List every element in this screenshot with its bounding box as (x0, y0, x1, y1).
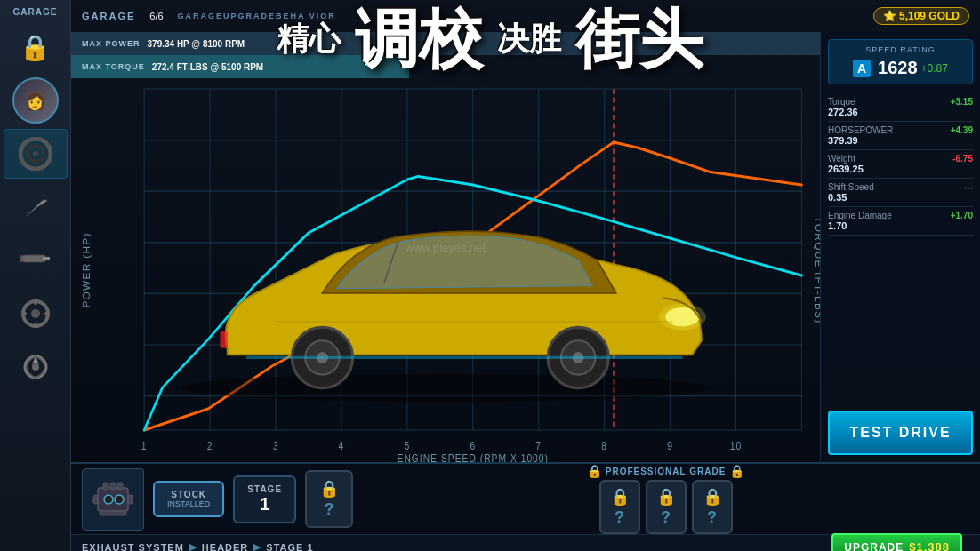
sidebar-item-exhaust[interactable] (4, 236, 68, 285)
pro-stage-1[interactable]: 🔒 ? (599, 480, 640, 534)
weight-value: 2639.25 (828, 164, 864, 174)
stage1-number: 1 (247, 494, 282, 515)
max-power-value: 379.34 HP @ 8100 RPM (148, 39, 245, 49)
tire-icon (19, 137, 52, 171)
sidebar-item-avatar[interactable]: 👩 (4, 76, 68, 125)
dyno-area: MAX POWER 379.34 HP @ 8100 RPM MAX TORQU… (71, 32, 820, 462)
upgrade-stages: STOCK INSTALLED STAGE 1 🔒 ? 🔒 PROFESSION… (71, 464, 980, 534)
stat-row-damage: Engine Damage 1.70 +1.70 (828, 207, 973, 236)
speed-rating-box: SPEED RATING A 1628 +0.87 (828, 39, 973, 84)
svg-point-62 (115, 495, 124, 504)
svg-text:1: 1 (141, 440, 148, 451)
torque-label: Torque (828, 97, 858, 107)
speed-rating-label: SPEED RATING (836, 45, 965, 54)
speed-delta: +0.87 (921, 62, 948, 75)
stage-1[interactable]: STAGE 1 (233, 475, 296, 523)
damage-value: 1.70 (828, 220, 892, 231)
damage-delta: +1.70 (951, 211, 973, 220)
exhaust-icon (20, 248, 52, 273)
torque-value: 272.36 (828, 107, 858, 117)
lock2-question: ? (325, 500, 334, 519)
svg-point-13 (32, 363, 39, 371)
top-bar: GARAGE 6/6 GARAGEUPGRADEBEHA VIOR ⭐ 5,10… (71, 0, 980, 32)
svg-rect-4 (43, 257, 50, 260)
sidebar-item-gear[interactable] (4, 289, 68, 339)
svg-rect-50 (220, 331, 228, 348)
breadcrumb-bar: EXHAUST SYSTEM ▶ HEADER ▶ STAGE 1 UPGRAD… (71, 534, 980, 551)
svg-rect-58 (103, 483, 108, 490)
gold-display: ⭐ 5,109 GOLD (873, 7, 969, 25)
pro-lock-left-icon: 🔒 (587, 464, 602, 478)
breadcrumb-part2: HEADER (202, 542, 248, 552)
gold-icon: ⭐ (883, 10, 899, 22)
svg-text:9: 9 (667, 440, 673, 451)
weight-delta: -6.75 (952, 154, 973, 164)
svg-text:TORQUE (FT-LBS): TORQUE (FT-LBS) (814, 216, 820, 323)
pro-q1: ? (615, 508, 624, 527)
upgrade-button[interactable]: UPGRADE $1,388 (831, 533, 962, 551)
upgrade-label: GARAGEUPGRADEBEHA VIOR (178, 12, 336, 20)
torque-delta: +3.15 (951, 97, 973, 107)
sidebar: GARAGE 🔒 👩 (0, 0, 71, 551)
lock-icon: 🔒 (20, 33, 51, 62)
max-torque-label: MAX TORQUE (82, 62, 145, 71)
bottom-bar: STOCK INSTALLED STAGE 1 🔒 ? 🔒 PROFESSION… (71, 462, 980, 551)
stats-list: Torque 272.36 +3.15 HORSEPOWER 379.39 +4… (828, 93, 973, 236)
svg-rect-10 (21, 312, 27, 315)
pro-grade-section: 🔒 PROFESSIONAL GRADE 🔒 🔒 ? 🔒 ? 🔒 ? (362, 464, 969, 534)
stat-row-weight: Weight 2639.25 -6.75 (828, 150, 973, 179)
sidebar-item-turbo[interactable] (4, 342, 68, 392)
hp-label: HORSEPOWER (828, 125, 893, 135)
car-svg (142, 178, 749, 409)
svg-rect-11 (44, 312, 50, 315)
pro-grade-label: PROFESSIONAL GRADE (606, 467, 727, 476)
svg-text:10: 10 (730, 440, 742, 451)
pro-lock2-icon: 🔒 (656, 487, 676, 507)
car-silhouette (142, 178, 749, 409)
breadcrumb-part3: STAGE 1 (266, 542, 313, 552)
svg-rect-3 (21, 255, 46, 262)
shift-delta: --- (964, 182, 973, 192)
max-torque-bar: MAX TORQUE 272.4 FT-LBS @ 5100 RPM (71, 55, 409, 78)
lock2-icon: 🔒 (319, 479, 339, 499)
pro-grade-items: 🔒 ? 🔒 ? 🔒 ? (599, 480, 733, 534)
pro-lock3-icon: 🔒 (703, 487, 722, 507)
sidebar-item-wrench[interactable] (4, 182, 68, 232)
svg-rect-8 (34, 299, 37, 305)
svg-rect-65 (100, 511, 126, 515)
sidebar-top-label: GARAGE (12, 4, 60, 20)
wrench-icon (22, 194, 49, 220)
pro-stage-2[interactable]: 🔒 ? (646, 480, 687, 534)
damage-label: Engine Damage (828, 211, 892, 220)
player-avatar: 👩 (12, 77, 59, 124)
svg-text:4: 4 (339, 440, 345, 451)
stage1-label: STAGE (247, 484, 282, 494)
upgrade-cost: $1,388 (909, 540, 950, 551)
svg-rect-64 (128, 495, 133, 504)
stat-row-shift: Shift Speed 0.35 --- (828, 179, 973, 207)
pro-stage-3[interactable]: 🔒 ? (692, 480, 733, 534)
stock-label: STOCK (167, 490, 210, 499)
svg-text:7: 7 (535, 440, 542, 451)
hp-delta: +4.39 (951, 125, 973, 135)
stage-stock[interactable]: STOCK INSTALLED (153, 481, 224, 517)
pro-q2: ? (661, 508, 671, 527)
svg-text:5: 5 (405, 440, 411, 451)
engine-icon (91, 477, 135, 522)
breadcrumb-arrow2: ▶ (253, 541, 261, 551)
gold-amount: 5,109 GOLD (899, 10, 960, 22)
svg-rect-63 (93, 495, 98, 504)
stock-sub: INSTALLED (167, 499, 210, 508)
shift-label: Shift Speed (828, 182, 874, 192)
shift-value: 0.35 (828, 192, 874, 203)
sidebar-item-tire[interactable] (4, 129, 68, 179)
sidebar-item-lock: 🔒 (4, 22, 68, 72)
breadcrumb-part1: EXHAUST SYSTEM (82, 542, 184, 552)
stage-locked-2[interactable]: 🔒 ? (305, 470, 353, 528)
pro-q3: ? (707, 508, 717, 527)
svg-rect-60 (117, 483, 123, 490)
svg-point-5 (20, 255, 23, 262)
test-drive-button[interactable]: TEST DRIVE (828, 411, 973, 455)
pro-lock-right-icon: 🔒 (729, 464, 744, 478)
svg-point-61 (104, 495, 113, 504)
